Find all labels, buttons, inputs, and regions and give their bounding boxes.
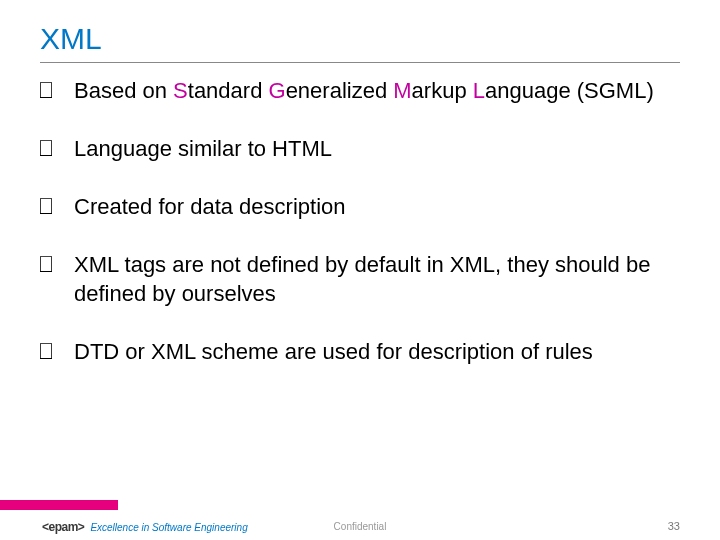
logo: <epam> Excellence in Software Engineerin… <box>42 520 248 534</box>
bullet-item: ⎕Language similar to HTML <box>40 135 680 163</box>
bullet-glyph-icon: ⎕ <box>40 77 74 103</box>
tagline: Excellence in Software Engineering <box>90 522 247 533</box>
bullet-glyph-icon: ⎕ <box>40 135 74 161</box>
bullet-glyph-icon: ⎕ <box>40 193 74 219</box>
bullet-glyph-icon: ⎕ <box>40 251 74 277</box>
bullet-text: Language similar to HTML <box>74 135 680 163</box>
footer: <epam> Excellence in Software Engineerin… <box>0 510 720 540</box>
bullet-item: ⎕DTD or XML scheme are used for descript… <box>40 338 680 366</box>
confidential-label: Confidential <box>334 521 387 532</box>
accent-bar <box>0 500 118 510</box>
bullet-text: Created for data description <box>74 193 680 221</box>
bullet-text: DTD or XML scheme are used for descripti… <box>74 338 680 366</box>
bullet-text: XML tags are not defined by default in X… <box>74 251 680 307</box>
bullet-item: ⎕XML tags are not defined by default in … <box>40 251 680 307</box>
bullet-text: Based on Standard Generalized Markup Lan… <box>74 77 680 105</box>
bullet-list: ⎕Based on Standard Generalized Markup La… <box>0 63 720 366</box>
bullet-item: ⎕Based on Standard Generalized Markup La… <box>40 77 680 105</box>
slide-title: XML <box>0 0 720 56</box>
bullet-glyph-icon: ⎕ <box>40 338 74 364</box>
bullet-item: ⎕Created for data description <box>40 193 680 221</box>
logo-mark: <epam> <box>42 520 84 534</box>
page-number: 33 <box>668 520 680 532</box>
